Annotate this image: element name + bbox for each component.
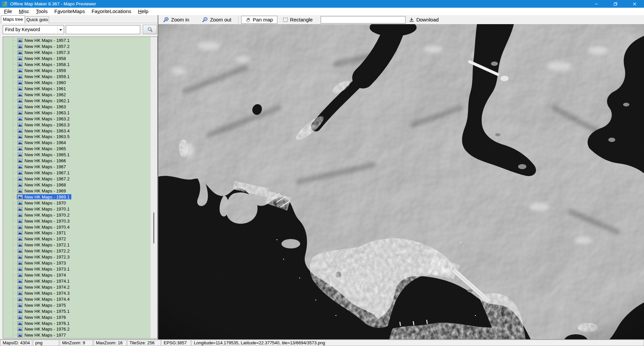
- tree-item[interactable]: New HK Maps - 1969.1: [3, 194, 151, 200]
- tree-item[interactable]: New HK Maps - 1962: [3, 92, 151, 98]
- tree-item[interactable]: New HK Maps - 1962.1: [3, 98, 151, 104]
- tree-item[interactable]: New HK Maps - 1965: [3, 146, 151, 152]
- tree-connector-stub: [13, 227, 17, 227]
- coordinates-input[interactable]: [321, 16, 406, 23]
- photo-thumbnail-icon: [17, 99, 23, 103]
- tree-item[interactable]: New HK Maps - 1970: [3, 200, 151, 206]
- tree-item-label: New HK Maps - 1963.2: [24, 116, 69, 121]
- tree-item[interactable]: New HK Maps - 1977: [3, 332, 151, 338]
- tree-item[interactable]: New HK Maps - 1968: [3, 182, 151, 188]
- find-mode-value: Find by Keyword: [5, 27, 40, 32]
- tree-item[interactable]: New HK Maps - 1967.1: [3, 170, 151, 176]
- find-mode-dropdown[interactable]: Find by Keyword: [3, 25, 64, 34]
- tree-item[interactable]: New HK Maps - 1974.2: [3, 284, 151, 290]
- tree-item[interactable]: New HK Maps - 1973.1: [3, 266, 151, 272]
- tree-item[interactable]: New HK Maps - 1972.3: [3, 254, 151, 260]
- tab-quick-goto[interactable]: Quick goto: [25, 16, 49, 23]
- tree-connector-stub: [13, 209, 17, 209]
- rectangle-button[interactable]: Rectangle: [283, 17, 313, 22]
- restore-button[interactable]: [606, 0, 625, 8]
- keyword-input[interactable]: [66, 25, 140, 34]
- tree-connector-stub: [13, 136, 17, 137]
- tab-maps-tree[interactable]: Maps tree: [1, 15, 25, 23]
- tree-item-label: New HK Maps - 1970.4: [24, 225, 69, 230]
- menu-item-file[interactable]: File: [1, 8, 15, 15]
- photo-thumbnail-icon: [17, 80, 23, 85]
- photo-thumbnail-icon: [17, 44, 23, 49]
- tree-item[interactable]: New HK Maps - 1976: [3, 314, 151, 320]
- minimize-button[interactable]: [587, 0, 606, 8]
- tree-item[interactable]: New HK Maps - 1961: [3, 86, 151, 92]
- tree-item[interactable]: New HK Maps - 1974.4: [3, 296, 151, 302]
- photo-thumbnail-icon: [17, 231, 23, 235]
- tree-item[interactable]: New HK Maps - 1971: [3, 230, 151, 236]
- tree-item[interactable]: New HK Maps - 1960: [3, 80, 151, 86]
- tree-scrollbar[interactable]: [150, 37, 157, 338]
- tree-list: New HK Maps - 1957.1 New HK Maps - 1957.…: [3, 37, 151, 338]
- menu-item-tools[interactable]: Tools: [33, 8, 51, 15]
- tree-item[interactable]: New HK Maps - 1963.1: [3, 110, 151, 116]
- tree-item[interactable]: New HK Maps - 1972.1: [3, 242, 151, 248]
- tree-item[interactable]: New HK Maps - 1970.1: [3, 206, 151, 212]
- tree-item[interactable]: New HK Maps - 1974.1: [3, 278, 151, 284]
- tree-item[interactable]: New HK Maps - 1966: [3, 158, 151, 164]
- menu-item-misc[interactable]: Misc: [15, 8, 33, 15]
- tree-connector-stub: [13, 52, 17, 53]
- zoom-in-button[interactable]: Zoom in: [163, 17, 189, 23]
- tree-item[interactable]: New HK Maps - 1965.1: [3, 152, 151, 158]
- tree-connector-stub: [13, 82, 17, 83]
- tree-item[interactable]: New HK Maps - 1970.3: [3, 218, 151, 224]
- tree-item[interactable]: New HK Maps - 1974: [3, 272, 151, 278]
- tree-item[interactable]: New HK Maps - 1963.5: [3, 134, 151, 140]
- map-image[interactable]: [158, 24, 644, 339]
- tree-item[interactable]: New HK Maps - 1957.1: [3, 38, 151, 44]
- menu-item-favoritemaps[interactable]: FavoriteMaps: [51, 8, 88, 15]
- tree-item[interactable]: New HK Maps - 1970.2: [3, 212, 151, 218]
- close-button[interactable]: [625, 0, 644, 8]
- tree-item[interactable]: New HK Maps - 1963: [3, 104, 151, 110]
- pan-map-toggle[interactable]: Pan map: [241, 16, 277, 24]
- tree-item[interactable]: New HK Maps - 1963.2: [3, 116, 151, 122]
- tree-item[interactable]: New HK Maps - 1967: [3, 164, 151, 170]
- tree-item[interactable]: New HK Maps - 1973: [3, 260, 151, 266]
- tree-item[interactable]: New HK Maps - 1972.2: [3, 248, 151, 254]
- download-button[interactable]: Download: [409, 17, 439, 22]
- tree-item-label: New HK Maps - 1970.3: [24, 219, 69, 224]
- tree-item-label: New HK Maps - 1969: [24, 188, 66, 193]
- tree-item[interactable]: New HK Maps - 1957.3: [3, 50, 151, 56]
- search-button[interactable]: [143, 25, 157, 34]
- photo-thumbnail-icon: [17, 279, 23, 283]
- tree-item-label: New HK Maps - 1963: [24, 104, 66, 109]
- tree-item[interactable]: New HK Maps - 1976.2: [3, 326, 151, 332]
- tree-item[interactable]: New HK Maps - 1963.3: [3, 122, 151, 128]
- tree-item[interactable]: New HK Maps - 1974.3: [3, 290, 151, 296]
- tree-connector-stub: [13, 215, 17, 215]
- menu-item-favoritelocations[interactable]: FavoriteLocations: [88, 8, 135, 15]
- menu-item-help[interactable]: Help: [135, 8, 152, 15]
- zoom-out-button[interactable]: Zoom out: [202, 17, 231, 23]
- tree-item[interactable]: New HK Maps - 1970.4: [3, 224, 151, 230]
- tree-item[interactable]: New HK Maps - 1967.2: [3, 176, 151, 182]
- photo-thumbnail-icon: [17, 327, 23, 331]
- tree-item[interactable]: New HK Maps - 1959: [3, 68, 151, 74]
- tree-item[interactable]: New HK Maps - 1972: [3, 236, 151, 242]
- tree-item[interactable]: New HK Maps - 1975: [3, 302, 151, 308]
- tree-item-label: New HK Maps - 1976.1: [24, 321, 69, 326]
- tree-item[interactable]: New HK Maps - 1976.1: [3, 320, 151, 326]
- tree-item[interactable]: New HK Maps - 1969: [3, 188, 151, 194]
- tree-item[interactable]: New HK Maps - 1964: [3, 140, 151, 146]
- tree-item[interactable]: New HK Maps - 1958: [3, 56, 151, 62]
- tree-connector-stub: [13, 269, 17, 269]
- tree-item[interactable]: New HK Maps - 1957.2: [3, 44, 151, 50]
- tree-item-label: New HK Maps - 1975: [24, 303, 66, 308]
- tree-item[interactable]: New HK Maps - 1975.1: [3, 308, 151, 314]
- tree-item[interactable]: New HK Maps - 1958.1: [3, 62, 151, 68]
- tree-connector-stub: [13, 149, 17, 149]
- tree-item-label: New HK Maps - 1965: [24, 146, 66, 151]
- tree-scrollbar-thumb[interactable]: [153, 213, 154, 243]
- tree-item[interactable]: New HK Maps - 1959.1: [3, 74, 151, 80]
- tree-item[interactable]: New HK Maps - 1963.4: [3, 128, 151, 134]
- photo-thumbnail-icon: [17, 153, 23, 157]
- photo-thumbnail-icon: [17, 267, 23, 271]
- titlebar: Offline Map Maker 8.367 - Maps Previewer: [0, 0, 644, 8]
